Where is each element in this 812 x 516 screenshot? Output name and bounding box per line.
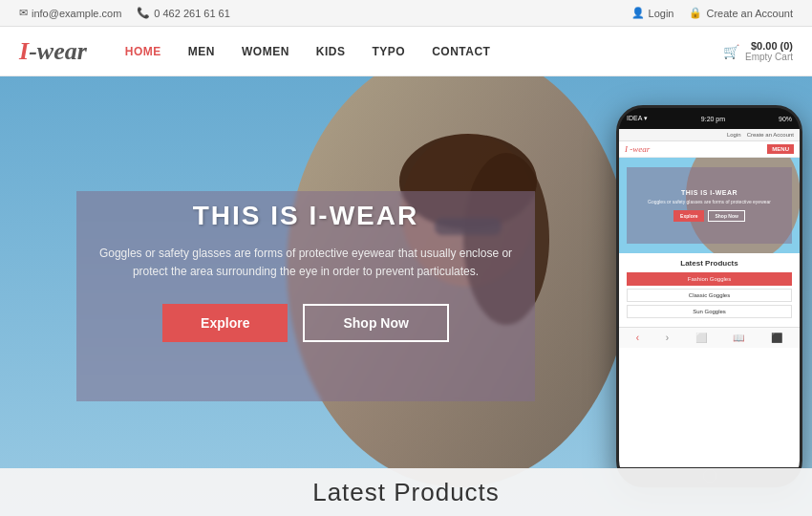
logo-rest: -wear xyxy=(29,37,87,66)
nav-links: HOME MEN WOMEN KIDS TYPO CONTACT xyxy=(125,45,723,58)
phone-hero-content: THIS IS I-WEAR Goggles or safety glasses… xyxy=(642,189,777,222)
user-icon: 👤 xyxy=(631,7,645,19)
nav-typo[interactable]: TYPO xyxy=(372,45,405,58)
phone-bottom-bar: ‹ › ⬜ 📖 ⬛ xyxy=(619,327,800,348)
nav-women[interactable]: WOMEN xyxy=(242,45,289,58)
nav-men[interactable]: MEN xyxy=(188,45,215,58)
phone-menu-button[interactable]: MENU xyxy=(767,144,794,154)
phone-hero: THIS IS I-WEAR Goggles or safety glasses… xyxy=(619,158,800,253)
top-bar-left: ✉ info@example.com 📞 0 462 261 61 61 xyxy=(19,7,230,19)
phone-hero-title: THIS IS I-WEAR xyxy=(642,189,777,196)
phone-logo: I -wear xyxy=(625,144,650,154)
phone-logo-i: I xyxy=(625,144,628,154)
phone-share-icon[interactable]: ⬜ xyxy=(695,333,707,343)
logo-i: I xyxy=(19,37,29,66)
phone-icon: 📞 xyxy=(137,7,150,19)
navbar: I -wear HOME MEN WOMEN KIDS TYPO CONTACT… xyxy=(0,27,812,76)
phone-item: 📞 0 462 261 61 61 xyxy=(137,7,230,19)
phone-logo-rest: -wear xyxy=(630,144,650,154)
explore-button[interactable]: Explore xyxy=(162,304,288,342)
phone-explore-button[interactable]: Explore xyxy=(673,210,704,222)
nav-home[interactable]: HOME xyxy=(125,45,161,58)
bottom-title: Latest Products xyxy=(312,478,500,507)
phone-navbar: I -wear MENU xyxy=(619,141,800,158)
hero-description: Goggles or safety glasses are forms of p… xyxy=(76,245,535,281)
phone-top-bar: Login Create an Account xyxy=(619,129,800,141)
email-item: ✉ info@example.com xyxy=(19,7,121,19)
phone-carrier: IDEA ▾ xyxy=(627,115,648,122)
phone-login-label: Login xyxy=(727,132,741,138)
create-account-item[interactable]: 🔒 Create an Account xyxy=(689,7,793,19)
phone-more-icon[interactable]: ⬛ xyxy=(771,333,782,343)
phone-forward-icon[interactable]: › xyxy=(666,333,669,343)
bottom-peek: Latest Products xyxy=(0,468,812,516)
phone-product-fashion[interactable]: Fashion Goggles xyxy=(627,272,792,286)
lock-icon: 🔒 xyxy=(689,7,702,19)
shop-now-button[interactable]: Shop Now xyxy=(303,304,448,342)
phone-mockup: IDEA ▾ 9:20 pm 90% Login Create an Accou… xyxy=(616,105,802,487)
phone-time: 9:20 pm xyxy=(701,116,725,122)
phone-shop-button[interactable]: Shop Now xyxy=(708,210,744,222)
email-icon: ✉ xyxy=(19,7,28,19)
nav-contact[interactable]: CONTACT xyxy=(432,45,490,58)
phone-screen: Login Create an Account I -wear MENU xyxy=(619,129,800,467)
email-text: info@example.com xyxy=(32,8,121,19)
phone-hero-buttons: Explore Shop Now xyxy=(642,210,777,222)
hero-title: THIS IS I-WEAR xyxy=(76,201,535,231)
phone-product-sun[interactable]: Sun Goggles xyxy=(627,305,792,318)
login-item[interactable]: 👤 Login xyxy=(631,7,674,19)
hero-buttons: Explore Shop Now xyxy=(76,304,535,342)
phone-products-section: Latest Products Fashion Goggles Classic … xyxy=(619,253,800,327)
cart-price: $0.00 (0) xyxy=(751,40,793,52)
phone-product-classic[interactable]: Classic Goggles xyxy=(627,289,792,302)
phone-text: 0 462 261 61 61 xyxy=(154,8,230,19)
phone-products-title: Latest Products xyxy=(627,259,792,268)
login-label[interactable]: Login xyxy=(649,8,674,19)
hero-content: THIS IS I-WEAR Goggles or safety glasses… xyxy=(76,201,535,342)
hero-section: THIS IS I-WEAR Goggles or safety glasses… xyxy=(0,76,812,516)
phone-back-icon[interactable]: ‹ xyxy=(636,333,639,343)
nav-cart[interactable]: 🛒 $0.00 (0) Empty Cart xyxy=(723,40,793,62)
top-bar: ✉ info@example.com 📞 0 462 261 61 61 👤 L… xyxy=(0,0,812,27)
create-account-label[interactable]: Create an Account xyxy=(706,8,793,19)
phone-battery: 90% xyxy=(779,116,792,122)
phone-bookmark-icon[interactable]: 📖 xyxy=(733,333,744,343)
cart-status: Empty Cart xyxy=(745,52,793,62)
logo: I -wear xyxy=(19,37,87,66)
top-bar-right: 👤 Login 🔒 Create an Account xyxy=(631,7,793,19)
phone-status-bar: IDEA ▾ 9:20 pm 90% xyxy=(619,108,800,129)
phone-hero-desc: Goggles or safety glasses are forms of p… xyxy=(642,199,777,205)
cart-icon: 🛒 xyxy=(723,44,739,59)
nav-kids[interactable]: KIDS xyxy=(316,45,346,58)
phone-create-account-label: Create an Account xyxy=(747,132,794,138)
